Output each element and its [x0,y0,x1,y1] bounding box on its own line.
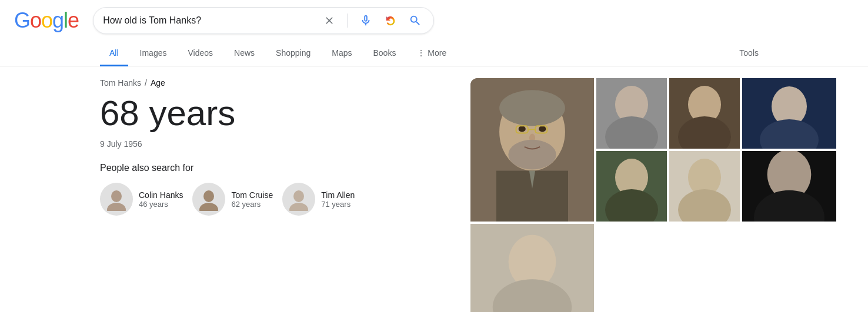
image-bottom-1[interactable] [596,151,667,222]
person-info-colin-hanks: Colin Hanks 46 years [139,190,183,209]
image-top-2[interactable] [669,78,740,149]
person-name-tim-allen: Tim Allen [321,190,355,200]
image-bottom-4[interactable] [470,224,594,312]
avatar-tom-cruise [192,183,225,216]
svg-point-1 [107,203,126,211]
voice-search-button[interactable] [357,12,375,29]
svg-point-5 [289,203,308,211]
search-input[interactable] [103,15,314,26]
breadcrumb-link[interactable]: Tom Hanks [100,78,141,88]
image-grid [470,78,856,312]
breadcrumb-current: Age [151,78,165,88]
tab-news[interactable]: News [225,41,264,66]
breadcrumb: Tom Hanks / Age [100,78,370,88]
svg-point-8 [499,90,565,126]
avatar-tim-allen [282,183,315,216]
svg-point-0 [111,190,122,202]
avatar-colin-hanks [100,183,133,216]
svg-point-9 [519,126,526,132]
svg-point-10 [539,126,546,132]
person-age-tom-cruise: 62 years [231,200,273,209]
person-name-colin-hanks: Colin Hanks [139,190,183,200]
svg-point-15 [508,140,556,170]
also-search-title: People also search for [100,163,370,173]
image-top-1[interactable] [596,78,667,149]
search-icons [321,12,424,29]
image-top-3[interactable] [742,78,836,149]
tab-maps[interactable]: Maps [322,41,361,66]
image-bottom-2[interactable] [669,151,740,222]
tab-tools[interactable]: Tools [730,41,768,66]
divider [347,14,348,28]
clear-button[interactable] [321,12,338,29]
person-card-colin-hanks[interactable]: Colin Hanks 46 years [100,183,183,216]
search-bar [93,7,434,34]
person-card-tom-cruise[interactable]: Tom Cruise 62 years [192,183,273,216]
svg-point-3 [199,203,218,211]
main-content: Tom Hanks / Age 68 years 9 July 1956 Peo… [0,66,868,312]
person-info-tim-allen: Tim Allen 71 years [321,190,355,209]
tab-all[interactable]: All [100,41,128,66]
person-age-tim-allen: 71 years [321,200,355,209]
age-display: 68 years [100,92,370,135]
nav-tabs: All Images Videos News Shopping Maps Boo… [0,41,868,66]
image-bottom-3[interactable] [742,151,836,222]
left-panel: Tom Hanks / Age 68 years 9 July 1956 Peo… [0,78,470,312]
tab-shopping[interactable]: Shopping [266,41,320,66]
svg-point-2 [203,190,214,202]
person-name-tom-cruise: Tom Cruise [231,190,273,200]
tab-images[interactable]: Images [131,41,176,66]
image-large[interactable] [470,78,594,222]
google-logo[interactable]: Google [14,8,79,33]
right-panel [470,78,868,312]
lens-search-button[interactable] [382,12,399,29]
breadcrumb-separator: / [145,78,147,88]
person-age-colin-hanks: 46 years [139,200,183,209]
header: Google [0,0,868,41]
person-info-tom-cruise: Tom Cruise 62 years [231,190,273,209]
tab-more[interactable]: ⋮ More [408,41,456,66]
svg-point-4 [293,190,304,202]
people-grid: Colin Hanks 46 years Tom Cruise 62 years [100,183,370,216]
tab-books[interactable]: Books [363,41,405,66]
person-card-tim-allen[interactable]: Tim Allen 71 years [282,183,355,216]
tab-videos[interactable]: Videos [178,41,222,66]
search-submit-button[interactable] [406,12,424,29]
birthdate: 9 July 1956 [100,139,370,149]
